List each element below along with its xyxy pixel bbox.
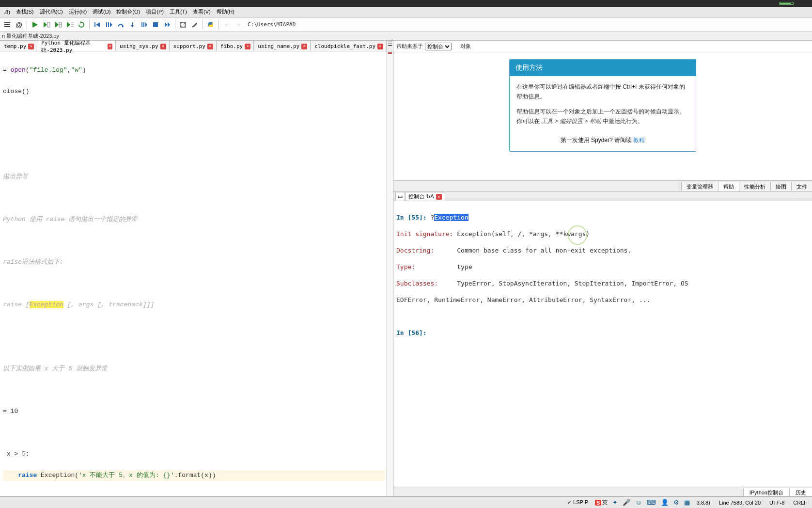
svg-rect-17 [108,22,109,27]
editor-tabs: temp.py× Python 量化编程基础-2023.py× using_sy… [0,41,393,51]
close-icon[interactable]: × [28,44,34,49]
close-icon[interactable]: × [108,44,112,49]
help-object-label: 对象 [460,43,471,50]
tab-cloudpickle[interactable]: cloudpickle_fast.py× [311,41,387,51]
debug-continue-button[interactable] [162,19,172,30]
toolbar-lines-icon[interactable] [2,19,13,30]
svg-marker-9 [67,22,70,28]
help-tabs: 变量管理器 帮助 性能分析 绘图 文件 [393,180,812,191]
help-source-select[interactable]: 控制台 [425,43,452,50]
help-source-label: 帮助来源于 [396,43,423,50]
svg-marker-27 [168,22,170,27]
debug-step-out-button[interactable] [139,19,149,30]
svg-rect-14 [94,22,95,27]
tab-variable-explorer[interactable]: 变量管理器 [681,182,718,191]
menu-find[interactable]: 查找(S) [13,8,37,16]
run-selection-button[interactable] [64,19,75,30]
rerun-button[interactable] [76,19,87,30]
status-mic-icon[interactable]: 🎤 [623,499,630,506]
tab-using-name[interactable]: using_name.py× [254,41,311,51]
menu-run[interactable]: 运行(R) [66,8,90,16]
svg-marker-6 [55,22,59,28]
tab-support[interactable]: support.py× [170,41,217,51]
tab-history[interactable]: 历史 [789,488,812,496]
menu-source[interactable]: 源代码(C) [37,8,66,16]
debug-step-into-button[interactable] [127,19,138,30]
code-editor[interactable]: = open("file.log","w") close() 抛出异常 Pyth… [0,51,393,496]
tab-fibo[interactable]: fibo.py× [217,41,254,51]
nav-forward-button[interactable]: → [233,19,244,30]
run-cell-button[interactable] [41,19,52,30]
tab-files[interactable]: 文件 [791,182,812,191]
menu-tools[interactable]: 工具(T) [167,8,190,16]
working-dir-path: C:\Users\MIAPAD [248,21,296,28]
console-tabs: ▭ 控制台 1/A × [393,191,812,201]
tab-plots[interactable]: 绘图 [770,182,792,191]
preferences-button[interactable] [189,19,200,30]
menu-console[interactable]: 控制台(O) [113,8,143,16]
nav-back-button[interactable]: ← [221,19,232,30]
close-icon[interactable]: × [377,44,383,49]
close-icon[interactable]: × [301,44,307,49]
svg-marker-24 [145,22,147,27]
run-button[interactable] [30,19,40,30]
help-card-title: 使用方法 [510,60,696,76]
svg-marker-26 [165,22,167,27]
menu-project[interactable]: 项目(P) [143,8,167,16]
editor-pane: temp.py× Python 量化编程基础-2023.py× using_sy… [0,41,393,496]
close-icon[interactable]: × [436,194,442,200]
status-icon-1[interactable]: ✦ [612,499,618,506]
status-encoding: UTF-8 [767,500,786,506]
tab-ipython-console[interactable]: IPython控制台 [743,488,790,496]
debug-step-first-button[interactable] [92,19,103,30]
close-icon[interactable]: × [160,44,166,49]
right-panel: 帮助来源于 控制台 对象 使用方法 在这里你可以通过在编辑器或者终端中按 Ctr… [393,41,812,496]
status-user-icon[interactable]: 👤 [661,499,669,506]
svg-marker-21 [131,25,134,28]
tab-main-file[interactable]: Python 量化编程基础-2023.py× [37,41,116,51]
tutorial-link[interactable]: 教程 [633,137,645,143]
tab-menu-icon[interactable]: ☰ [387,41,393,51]
status-eol: CRLF [791,500,809,506]
menu-debug[interactable]: 调试(D) [90,8,113,16]
tab-using-sys[interactable]: using_sys.py× [116,41,169,51]
ipython-console[interactable]: In [55]: ?Exception Init signature: Exce… [393,201,812,487]
menu-view[interactable]: 查看(V) [190,8,214,16]
close-icon[interactable]: × [207,44,213,49]
help-toolbar: 帮助来源于 控制台 对象 [393,41,812,52]
debug-stop-button[interactable] [150,19,161,30]
svg-rect-25 [153,22,158,27]
tab-temp[interactable]: temp.py× [0,41,37,51]
svg-marker-3 [32,22,38,28]
console-tab-1a[interactable]: 控制台 1/A × [405,192,445,201]
console-options-icon[interactable]: ▭ [395,192,405,201]
svg-rect-5 [47,22,50,27]
main-toolbar: @ ← → C:\Users\MIAPAD [0,17,812,32]
close-icon[interactable]: × [245,44,250,49]
status-cursor-position: Line 7589, Col 20 [717,500,763,506]
ime-indicator[interactable]: S 英 [595,499,608,506]
scroll-gutter[interactable] [386,51,393,496]
toolbar-at-icon[interactable]: @ [14,19,24,30]
maximize-pane-button[interactable] [178,19,188,30]
svg-point-29 [192,26,194,27]
menu-help[interactable]: 帮助(H) [214,8,237,16]
help-card-p1: 在这里你可以通过在编辑器或者终端中按 Ctrl+I 来获得任何对象的帮助信息。 [516,82,689,102]
debug-step-button[interactable] [104,19,114,30]
svg-rect-22 [141,22,142,27]
status-grid-icon[interactable]: ▦ [684,499,690,506]
console-pane: ▭ 控制台 1/A × In [55]: ?Exception Init sig… [393,191,812,496]
status-keyboard-icon[interactable]: ⌨ [647,499,656,506]
debug-step-over-button[interactable] [115,19,126,30]
statusbar: ✓ LSP P S 英 ✦ 🎤 ☺ ⌨ 👤 ⚙ ▦ 3.8.8) Line 75… [0,496,812,508]
status-gear-icon[interactable]: ⚙ [673,499,679,506]
svg-marker-4 [44,22,47,28]
run-cell-advance-button[interactable] [53,19,63,30]
tab-profiler[interactable]: 性能分析 [739,182,771,191]
python-path-button[interactable] [205,19,216,30]
status-smile-icon[interactable]: ☺ [635,499,641,506]
svg-marker-15 [96,22,100,27]
tab-help[interactable]: 帮助 [718,182,739,191]
status-lsp: ✓ LSP P [565,499,590,506]
menubar: .8) 查找(S) 源代码(C) 运行(R) 调试(D) 控制台(O) 项目(P… [0,7,812,17]
